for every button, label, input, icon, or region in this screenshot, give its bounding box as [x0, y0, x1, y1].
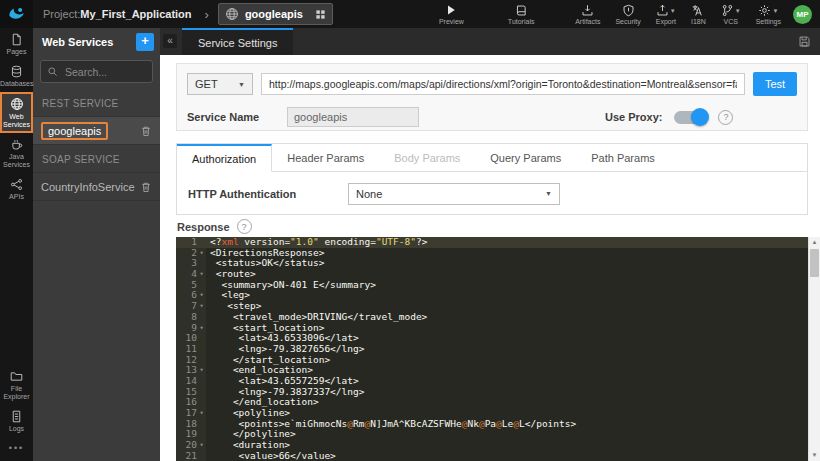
more-options-icon[interactable]: •••: [0, 437, 33, 461]
export-button[interactable]: ▼Export: [656, 4, 676, 25]
top-bar: Project:My_First_Application › googleapi…: [0, 0, 820, 28]
service-item-countryinfoservice[interactable]: CountryInfoService: [33, 172, 160, 201]
preview-label: Preview: [439, 18, 464, 25]
http-authentication-select[interactable]: None ▼: [348, 183, 560, 205]
wavemaker-studio: Project:My_First_Application › googleapi…: [0, 0, 820, 461]
globe-icon: [225, 7, 239, 21]
service-search[interactable]: [40, 60, 153, 83]
preview-button[interactable]: Preview: [439, 4, 464, 25]
http-method-select[interactable]: GET ▼: [187, 73, 253, 95]
scroll-up-icon[interactable]: ▲: [809, 237, 820, 248]
user-avatar[interactable]: MP: [793, 5, 812, 24]
tab-service-settings[interactable]: Service Settings: [182, 28, 293, 55]
chevron-down-icon: ▼: [545, 190, 552, 197]
service-name-input[interactable]: [287, 107, 419, 127]
sidebar-item-apis[interactable]: APIs: [0, 173, 33, 205]
vcs-branch-icon: [721, 4, 734, 17]
add-service-button[interactable]: +: [136, 33, 154, 51]
line-number-gutter: 11: [176, 344, 206, 355]
security-button[interactable]: Security: [615, 4, 640, 25]
fold-spacer: [197, 387, 206, 398]
breadcrumb: Project:My_First_Application: [43, 8, 192, 20]
rail-spacer: [0, 205, 33, 365]
sidebar-item-logs[interactable]: Logs: [0, 405, 33, 437]
use-proxy-toggle[interactable]: [674, 111, 706, 124]
code-line: 21 <value>66</value>: [176, 451, 810, 461]
code-line: 8 <travel_mode>DRIVING</travel_mode>: [176, 312, 810, 323]
main-area: « Service Settings GET ▼ Test Service Na…: [160, 28, 820, 461]
tutorials-label: Tutorials: [508, 18, 535, 25]
api-icon: [10, 178, 23, 191]
tab-path-params[interactable]: Path Params: [576, 144, 670, 171]
sidebar-item-label: Pages: [0, 48, 33, 56]
play-icon: [445, 4, 457, 16]
delete-service-icon[interactable]: [140, 125, 152, 137]
grid-icon[interactable]: [315, 9, 326, 20]
fold-arrow-icon[interactable]: ▾: [197, 323, 206, 334]
fold-arrow-icon[interactable]: ▾: [197, 301, 206, 312]
response-help-icon[interactable]: ?: [237, 219, 252, 234]
search-input[interactable]: [63, 65, 152, 79]
save-icon[interactable]: [798, 35, 811, 48]
export-upload-icon: [656, 4, 669, 17]
top-bar-right-group: ArtifactsSecurity▼ExportI18N▼VCS▼Setting…: [575, 4, 781, 25]
sidebar-item-java-services[interactable]: Java Services: [0, 133, 33, 173]
settings-button[interactable]: ▼Settings: [756, 4, 781, 25]
sidebar-item-pages[interactable]: Pages: [0, 28, 33, 60]
line-number-gutter: 21: [176, 451, 206, 461]
fold-arrow-icon[interactable]: ▾: [197, 248, 206, 259]
collapse-panel-button[interactable]: «: [163, 34, 177, 48]
logs-icon: [10, 410, 23, 423]
open-service-tab[interactable]: googleapis: [218, 3, 333, 25]
scroll-down-icon[interactable]: ▼: [809, 450, 820, 461]
fold-spacer: [197, 376, 206, 387]
sidebar-item-web-services[interactable]: Web Services: [0, 92, 33, 133]
settings-label: Settings: [756, 18, 781, 25]
section-header-rest-service: REST SERVICE: [33, 89, 160, 116]
web-services-panel: Web Services + REST SERVICEgoogleapisSOA…: [33, 28, 160, 461]
code-line: 6▾ <leg>: [176, 290, 810, 301]
fold-arrow-icon[interactable]: ▾: [197, 408, 206, 419]
service-settings-content: GET ▼ Test Service Name Use Proxy: ? Aut…: [160, 55, 820, 461]
service-item-googleapis[interactable]: googleapis: [33, 116, 160, 145]
request-form: GET ▼ Test Service Name Use Proxy: ?: [176, 63, 808, 131]
folder-icon: [10, 370, 23, 383]
vcs-button[interactable]: ▼VCS: [721, 4, 741, 25]
scrollbar-thumb[interactable]: [810, 249, 819, 277]
http-authentication-value: None: [356, 188, 382, 200]
tab-authorization[interactable]: Authorization: [177, 144, 272, 172]
test-button[interactable]: Test: [753, 72, 797, 96]
gear-icon: [758, 4, 771, 17]
tutorials-button[interactable]: Tutorials: [508, 4, 535, 25]
i18n-button[interactable]: I18N: [691, 4, 706, 25]
sidebar-item-databases[interactable]: Databases: [0, 60, 33, 92]
vcs-label: VCS: [724, 18, 738, 25]
proxy-help-icon[interactable]: ?: [718, 110, 733, 125]
fold-spacer: [197, 451, 206, 461]
i18n-label: I18N: [691, 18, 706, 25]
delete-service-icon[interactable]: [140, 181, 152, 193]
sidebar-item-file-explorer[interactable]: File Explorer: [0, 365, 33, 405]
fold-spacer: [197, 312, 206, 323]
artifacts-button[interactable]: Artifacts: [575, 4, 600, 25]
wavemaker-logo[interactable]: [0, 0, 33, 28]
fold-arrow-icon[interactable]: ▾: [197, 290, 206, 301]
fold-spacer: [197, 280, 206, 291]
fold-arrow-icon[interactable]: ▾: [197, 365, 206, 376]
response-code-editor[interactable]: 1<?xml version="1.0" encoding="UTF-8"?>2…: [176, 237, 810, 461]
code-line: 3 <status>OK</status>: [176, 258, 810, 269]
database-icon: [10, 65, 23, 78]
sidebar-item-label: File Explorer: [0, 385, 33, 401]
request-url-input[interactable]: [261, 73, 745, 95]
tab-header-params[interactable]: Header Params: [272, 144, 379, 171]
response-scrollbar[interactable]: ▲ ▼: [808, 237, 820, 461]
params-tab-bar: AuthorizationHeader ParamsBody ParamsQue…: [177, 144, 807, 172]
fold-spacer: [197, 429, 206, 440]
fold-arrow-icon[interactable]: ▾: [197, 269, 206, 280]
coffee-icon: [10, 138, 23, 151]
panel-header: Web Services +: [33, 28, 160, 56]
tab-query-params[interactable]: Query Params: [475, 144, 576, 171]
use-proxy-label: Use Proxy:: [605, 111, 662, 123]
fold-spacer: [197, 344, 206, 355]
fold-arrow-icon[interactable]: ▾: [197, 440, 206, 451]
